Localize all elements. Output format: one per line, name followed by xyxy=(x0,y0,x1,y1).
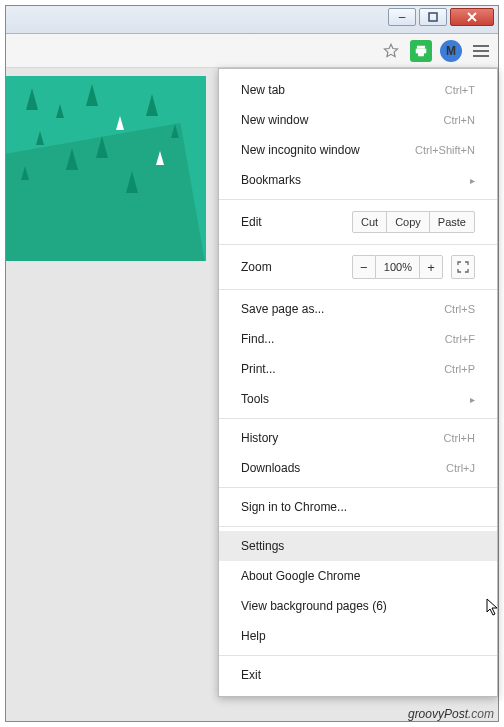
close-icon xyxy=(467,12,477,22)
menu-background-pages[interactable]: View background pages (6) xyxy=(219,591,497,621)
printer-icon xyxy=(414,44,428,58)
menu-about[interactable]: About Google Chrome xyxy=(219,561,497,591)
hamburger-icon xyxy=(473,45,489,47)
svg-rect-3 xyxy=(418,52,424,56)
menu-separator xyxy=(219,418,497,419)
zoom-level: 100% xyxy=(376,255,420,279)
page-content: New tab Ctrl+T New window Ctrl+N New inc… xyxy=(6,68,498,721)
menu-exit[interactable]: Exit xyxy=(219,660,497,690)
menu-separator xyxy=(219,289,497,290)
page-illustration xyxy=(6,76,206,261)
menu-sign-in[interactable]: Sign in to Chrome... xyxy=(219,492,497,522)
menu-shortcut: Ctrl+T xyxy=(445,84,475,96)
menu-downloads[interactable]: Downloads Ctrl+J xyxy=(219,453,497,483)
menu-separator xyxy=(219,526,497,527)
menu-edit: Edit Cut Copy Paste xyxy=(219,204,497,240)
fullscreen-icon xyxy=(457,261,469,273)
edit-cut-button[interactable]: Cut xyxy=(352,211,387,233)
edit-copy-button[interactable]: Copy xyxy=(386,211,430,233)
watermark: groovyPost.com xyxy=(408,700,494,723)
submenu-arrow-icon: ▸ xyxy=(470,175,475,186)
menu-separator xyxy=(219,244,497,245)
browser-toolbar: M xyxy=(6,34,498,68)
star-icon xyxy=(383,43,399,59)
menu-new-window[interactable]: New window Ctrl+N xyxy=(219,105,497,135)
edit-paste-button[interactable]: Paste xyxy=(429,211,475,233)
minimize-button[interactable]: – xyxy=(388,8,416,26)
menu-separator xyxy=(219,199,497,200)
menu-separator xyxy=(219,487,497,488)
menu-tools[interactable]: Tools ▸ xyxy=(219,384,497,414)
menu-zoom: Zoom − 100% + xyxy=(219,249,497,285)
menu-print[interactable]: Print... Ctrl+P xyxy=(219,354,497,384)
bookmark-star-button[interactable] xyxy=(380,40,402,62)
menu-label: New tab xyxy=(241,83,445,97)
chrome-menu-button[interactable] xyxy=(470,41,492,61)
menu-separator xyxy=(219,655,497,656)
submenu-arrow-icon: ▸ xyxy=(470,394,475,405)
menu-new-incognito[interactable]: New incognito window Ctrl+Shift+N xyxy=(219,135,497,165)
fullscreen-button[interactable] xyxy=(451,255,475,279)
menu-settings[interactable]: Settings xyxy=(219,531,497,561)
zoom-in-button[interactable]: + xyxy=(419,255,443,279)
menu-help[interactable]: Help xyxy=(219,621,497,651)
menu-find[interactable]: Find... Ctrl+F xyxy=(219,324,497,354)
extension-print-button[interactable] xyxy=(410,40,432,62)
svg-rect-1 xyxy=(417,45,425,48)
menu-history[interactable]: History Ctrl+H xyxy=(219,423,497,453)
mouse-cursor-icon xyxy=(486,598,500,616)
chrome-main-menu: New tab Ctrl+T New window Ctrl+N New inc… xyxy=(218,68,498,697)
extension-m-button[interactable]: M xyxy=(440,40,462,62)
maximize-icon xyxy=(428,12,438,22)
zoom-out-button[interactable]: − xyxy=(352,255,376,279)
menu-bookmarks[interactable]: Bookmarks ▸ xyxy=(219,165,497,195)
maximize-button[interactable] xyxy=(419,8,447,26)
menu-new-tab[interactable]: New tab Ctrl+T xyxy=(219,75,497,105)
svg-rect-0 xyxy=(429,13,437,21)
menu-save-page[interactable]: Save page as... Ctrl+S xyxy=(219,294,497,324)
close-button[interactable] xyxy=(450,8,494,26)
window-titlebar: – xyxy=(6,6,498,34)
